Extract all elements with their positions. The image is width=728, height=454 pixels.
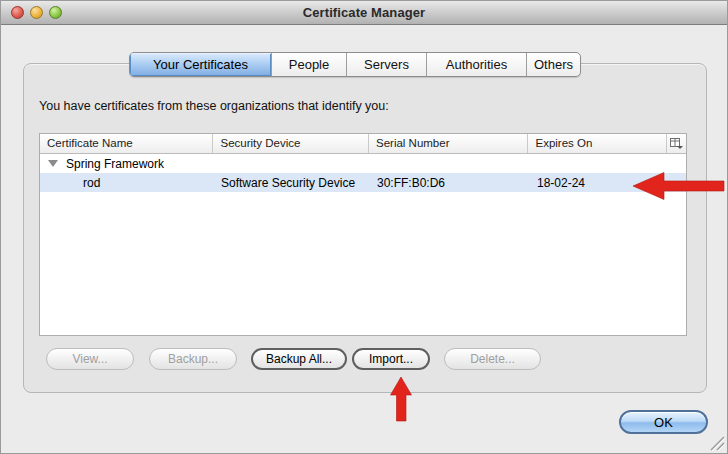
cell-expires-on: 18-02-24 [530,176,669,190]
certificate-row-rod[interactable]: rod Software Security Device 30:FF:B0:D6… [40,173,686,192]
column-header-expires-on[interactable]: Expires On [528,134,667,153]
certificate-manager-window: Certificate Manager Your Certificates Pe… [0,0,728,454]
group-name: Spring Framework [66,157,164,171]
column-header-security-device[interactable]: Security Device [213,134,369,153]
group-row-spring-framework[interactable]: Spring Framework [40,154,686,173]
cell-security-device: Software Security Device [214,176,370,190]
window-title: Certificate Manager [1,5,727,20]
cell-certificate-name: rod [40,176,214,190]
import-button[interactable]: Import... [352,348,430,370]
column-picker-icon [670,138,683,149]
column-header-serial-number[interactable]: Serial Number [369,134,529,153]
backup-button[interactable]: Backup... [149,348,237,370]
table-body: Spring Framework rod Software Security D… [40,154,686,335]
tab-servers[interactable]: Servers [347,53,427,76]
tab-people[interactable]: People [272,53,347,76]
title-bar[interactable]: Certificate Manager [1,1,727,25]
delete-button[interactable]: Delete... [444,348,541,370]
tab-your-certificates[interactable]: Your Certificates [130,53,272,76]
table-header: Certificate Name Security Device Serial … [40,134,686,154]
tab-authorities[interactable]: Authorities [427,53,527,76]
disclosure-triangle-icon[interactable] [48,160,58,167]
column-header-certificate-name[interactable]: Certificate Name [40,134,213,153]
column-picker-button[interactable] [667,134,686,153]
tab-others[interactable]: Others [527,53,580,76]
certificates-table: Certificate Name Security Device Serial … [39,133,687,336]
description-text: You have certificates from these organiz… [39,99,389,113]
cell-serial-number: 30:FF:B0:D6 [370,176,530,190]
ok-button[interactable]: OK [619,410,708,434]
view-button[interactable]: View... [46,348,134,370]
category-tabs: Your Certificates People Servers Authori… [129,52,581,77]
backup-all-button[interactable]: Backup All... [251,348,347,370]
resize-grip[interactable] [709,435,725,451]
